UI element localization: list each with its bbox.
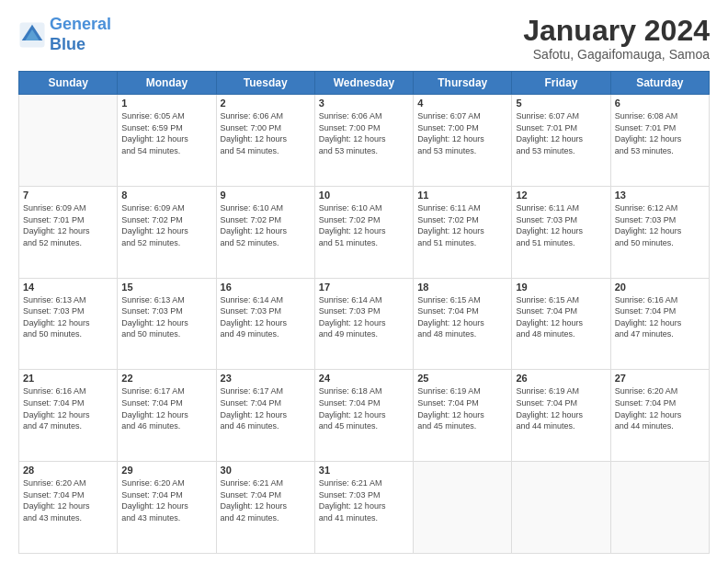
cell-info: Sunrise: 6:16 AMSunset: 7:04 PMDaylight:… (615, 294, 705, 340)
calendar-cell: 10Sunrise: 6:10 AMSunset: 7:02 PMDayligh… (314, 186, 413, 278)
calendar-cell: 21Sunrise: 6:16 AMSunset: 7:04 PMDayligh… (19, 370, 118, 462)
day-number: 16 (221, 282, 311, 293)
day-number: 25 (417, 373, 507, 384)
page: General Blue January 2024 Safotu, Gagaif… (0, 0, 728, 563)
day-number: 12 (516, 190, 606, 201)
calendar-cell: 23Sunrise: 6:17 AMSunset: 7:04 PMDayligh… (216, 370, 314, 462)
weekday-header-cell: Thursday (414, 72, 512, 95)
cell-info: Sunrise: 6:20 AMSunset: 7:04 PMDaylight:… (121, 477, 211, 523)
calendar-cell: 28Sunrise: 6:20 AMSunset: 7:04 PMDayligh… (19, 462, 118, 554)
day-number: 30 (221, 465, 311, 476)
cell-info: Sunrise: 6:10 AMSunset: 7:02 PMDaylight:… (319, 202, 409, 248)
day-number: 7 (23, 190, 113, 201)
cell-info: Sunrise: 6:06 AMSunset: 7:00 PMDaylight:… (221, 110, 311, 156)
title-section: January 2024 Safotu, Gagaifomauga, Samoa (523, 15, 710, 62)
day-number: 22 (121, 373, 211, 384)
cell-info: Sunrise: 6:13 AMSunset: 7:03 PMDaylight:… (23, 294, 113, 340)
cell-info: Sunrise: 6:05 AMSunset: 6:59 PMDaylight:… (121, 110, 211, 156)
logo-line1: General (50, 15, 111, 33)
day-number: 2 (221, 98, 311, 109)
calendar-cell: 14Sunrise: 6:13 AMSunset: 7:03 PMDayligh… (19, 278, 118, 370)
weekday-header-cell: Tuesday (216, 72, 314, 95)
calendar-cell: 17Sunrise: 6:14 AMSunset: 7:03 PMDayligh… (314, 278, 413, 370)
weekday-header-cell: Friday (512, 72, 610, 95)
calendar-week-row: 7Sunrise: 6:09 AMSunset: 7:01 PMDaylight… (19, 186, 710, 278)
calendar-cell: 4Sunrise: 6:07 AMSunset: 7:00 PMDaylight… (414, 95, 512, 187)
day-number: 15 (121, 282, 211, 293)
day-number: 24 (319, 373, 409, 384)
day-number: 20 (615, 282, 705, 293)
cell-info: Sunrise: 6:10 AMSunset: 7:02 PMDaylight:… (221, 202, 311, 248)
cell-info: Sunrise: 6:14 AMSunset: 7:03 PMDaylight:… (319, 294, 409, 340)
day-number: 31 (319, 465, 409, 476)
cell-info: Sunrise: 6:17 AMSunset: 7:04 PMDaylight:… (121, 385, 211, 431)
main-title: January 2024 (523, 15, 710, 47)
calendar-week-row: 14Sunrise: 6:13 AMSunset: 7:03 PMDayligh… (19, 278, 710, 370)
calendar-cell: 22Sunrise: 6:17 AMSunset: 7:04 PMDayligh… (118, 370, 216, 462)
calendar-week-row: 28Sunrise: 6:20 AMSunset: 7:04 PMDayligh… (19, 462, 710, 554)
cell-info: Sunrise: 6:07 AMSunset: 7:01 PMDaylight:… (516, 110, 606, 156)
calendar-cell (610, 462, 709, 554)
cell-info: Sunrise: 6:15 AMSunset: 7:04 PMDaylight:… (516, 294, 606, 340)
calendar-cell (414, 462, 512, 554)
day-number: 23 (221, 373, 311, 384)
calendar-cell: 8Sunrise: 6:09 AMSunset: 7:02 PMDaylight… (118, 186, 216, 278)
calendar-cell: 12Sunrise: 6:11 AMSunset: 7:03 PMDayligh… (512, 186, 610, 278)
cell-info: Sunrise: 6:16 AMSunset: 7:04 PMDaylight:… (23, 385, 113, 431)
calendar-cell: 20Sunrise: 6:16 AMSunset: 7:04 PMDayligh… (610, 278, 709, 370)
day-number: 18 (417, 282, 507, 293)
subtitle: Safotu, Gagaifomauga, Samoa (523, 47, 710, 62)
calendar-body: 1Sunrise: 6:05 AMSunset: 6:59 PMDaylight… (19, 95, 710, 554)
day-number: 9 (221, 190, 311, 201)
calendar-cell: 6Sunrise: 6:08 AMSunset: 7:01 PMDaylight… (610, 95, 709, 187)
cell-info: Sunrise: 6:17 AMSunset: 7:04 PMDaylight:… (221, 385, 311, 431)
cell-info: Sunrise: 6:15 AMSunset: 7:04 PMDaylight:… (417, 294, 507, 340)
day-number: 11 (417, 190, 507, 201)
calendar-cell: 18Sunrise: 6:15 AMSunset: 7:04 PMDayligh… (414, 278, 512, 370)
calendar-cell: 2Sunrise: 6:06 AMSunset: 7:00 PMDaylight… (216, 95, 314, 187)
cell-info: Sunrise: 6:09 AMSunset: 7:01 PMDaylight:… (23, 202, 113, 248)
calendar-cell: 13Sunrise: 6:12 AMSunset: 7:03 PMDayligh… (610, 186, 709, 278)
logo-text: General Blue (50, 15, 111, 54)
day-number: 26 (516, 373, 606, 384)
calendar-cell (512, 462, 610, 554)
day-number: 14 (23, 282, 113, 293)
calendar-cell: 11Sunrise: 6:11 AMSunset: 7:02 PMDayligh… (414, 186, 512, 278)
cell-info: Sunrise: 6:18 AMSunset: 7:04 PMDaylight:… (319, 385, 409, 431)
day-number: 3 (319, 98, 409, 109)
weekday-header-cell: Saturday (610, 72, 709, 95)
calendar-week-row: 21Sunrise: 6:16 AMSunset: 7:04 PMDayligh… (19, 370, 710, 462)
day-number: 13 (615, 190, 705, 201)
calendar-cell: 27Sunrise: 6:20 AMSunset: 7:04 PMDayligh… (610, 370, 709, 462)
calendar-cell: 16Sunrise: 6:14 AMSunset: 7:03 PMDayligh… (216, 278, 314, 370)
calendar-cell (19, 95, 118, 187)
calendar-cell: 19Sunrise: 6:15 AMSunset: 7:04 PMDayligh… (512, 278, 610, 370)
day-number: 17 (319, 282, 409, 293)
cell-info: Sunrise: 6:19 AMSunset: 7:04 PMDaylight:… (417, 385, 507, 431)
calendar-table: SundayMondayTuesdayWednesdayThursdayFrid… (18, 71, 710, 554)
cell-info: Sunrise: 6:08 AMSunset: 7:01 PMDaylight:… (615, 110, 705, 156)
cell-info: Sunrise: 6:21 AMSunset: 7:03 PMDaylight:… (319, 477, 409, 523)
header: General Blue January 2024 Safotu, Gagaif… (18, 15, 710, 62)
day-number: 29 (121, 465, 211, 476)
day-number: 6 (615, 98, 705, 109)
cell-info: Sunrise: 6:20 AMSunset: 7:04 PMDaylight:… (23, 477, 113, 523)
day-number: 10 (319, 190, 409, 201)
day-number: 19 (516, 282, 606, 293)
cell-info: Sunrise: 6:13 AMSunset: 7:03 PMDaylight:… (121, 294, 211, 340)
calendar-cell: 3Sunrise: 6:06 AMSunset: 7:00 PMDaylight… (314, 95, 413, 187)
logo: General Blue (18, 15, 111, 54)
calendar-cell: 30Sunrise: 6:21 AMSunset: 7:04 PMDayligh… (216, 462, 314, 554)
calendar-cell: 15Sunrise: 6:13 AMSunset: 7:03 PMDayligh… (118, 278, 216, 370)
weekday-header-row: SundayMondayTuesdayWednesdayThursdayFrid… (19, 72, 710, 95)
calendar-cell: 7Sunrise: 6:09 AMSunset: 7:01 PMDaylight… (19, 186, 118, 278)
calendar-cell: 25Sunrise: 6:19 AMSunset: 7:04 PMDayligh… (414, 370, 512, 462)
cell-info: Sunrise: 6:11 AMSunset: 7:03 PMDaylight:… (516, 202, 606, 248)
calendar-cell: 1Sunrise: 6:05 AMSunset: 6:59 PMDaylight… (118, 95, 216, 187)
cell-info: Sunrise: 6:12 AMSunset: 7:03 PMDaylight:… (615, 202, 705, 248)
cell-info: Sunrise: 6:19 AMSunset: 7:04 PMDaylight:… (516, 385, 606, 431)
day-number: 5 (516, 98, 606, 109)
calendar-cell: 24Sunrise: 6:18 AMSunset: 7:04 PMDayligh… (314, 370, 413, 462)
day-number: 21 (23, 373, 113, 384)
logo-icon (18, 21, 46, 49)
